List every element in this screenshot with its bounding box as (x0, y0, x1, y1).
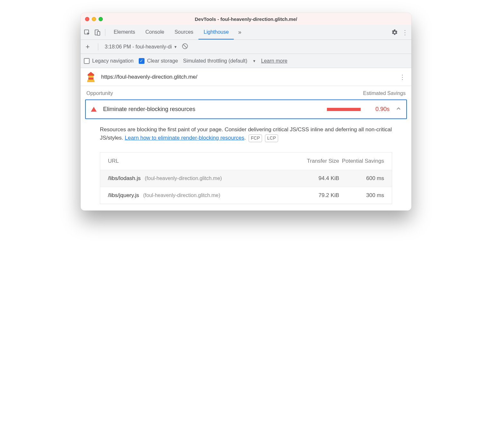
svg-marker-8 (87, 80, 95, 82)
tab-console[interactable]: Console (140, 25, 170, 39)
checkbox-checked-icon (139, 58, 145, 64)
opportunity-header-label: Opportunity (86, 90, 113, 96)
resource-path[interactable]: /libs/lodash.js (108, 175, 141, 181)
throttling-label: Simulated throttling (default) (183, 58, 247, 64)
clear-report-icon[interactable] (182, 43, 188, 51)
resource-potential-savings: 300 ms (339, 192, 384, 199)
col-savings-header: Potential Savings (339, 158, 384, 165)
report-menu-icon[interactable]: ⋮ (399, 74, 406, 80)
opportunity-description: Resources are blocking the first paint o… (81, 119, 411, 146)
svg-rect-6 (88, 76, 93, 78)
resource-potential-savings: 600 ms (339, 175, 384, 182)
clear-storage-checkbox[interactable]: Clear storage (139, 58, 178, 64)
tab-sources[interactable]: Sources (169, 25, 198, 39)
window-title: DevTools - foul-heavenly-direction.glitc… (81, 16, 411, 22)
lighthouse-logo-icon (86, 72, 95, 82)
legacy-navigation-checkbox[interactable]: Legacy navigation (84, 58, 134, 64)
report-url: https://foul-heavenly-direction.glitch.m… (101, 74, 198, 80)
resource-host: (foul-heavenly-direction.glitch.me) (143, 193, 220, 198)
minimize-window-button[interactable] (92, 17, 96, 21)
report-selector[interactable]: 3:18:06 PM - foul-heavenly-di ▼ (105, 44, 177, 50)
toolbar-divider (105, 29, 105, 36)
estimated-savings-header-label: Estimated Savings (363, 90, 406, 96)
savings-bar (327, 108, 361, 111)
report-selector-label: 3:18:06 PM - foul-heavenly-di (105, 44, 172, 50)
panel-tabs: Elements Console Sources Lighthouse (109, 25, 234, 39)
traffic-lights (85, 17, 103, 21)
metric-chip-lcp: LCP (265, 134, 278, 142)
new-report-button[interactable]: + (84, 43, 92, 51)
collapse-chevron-icon[interactable] (396, 106, 401, 113)
inspect-element-icon[interactable] (83, 28, 92, 37)
opportunity-title: Eliminate render-blocking resources (103, 106, 195, 113)
table-row: /libs/jquery.js (foul-heavenly-direction… (100, 187, 392, 204)
svg-line-4 (183, 44, 187, 48)
opportunities-header: Opportunity Estimated Savings (81, 86, 411, 99)
description-text-post: . (244, 135, 246, 141)
maximize-window-button[interactable] (99, 17, 103, 21)
metric-chip-fcp: FCP (249, 134, 262, 142)
table-row: /libs/lodash.js (foul-heavenly-direction… (100, 170, 392, 187)
more-options-icon[interactable]: ⋮ (400, 28, 409, 37)
main-toolbar: Elements Console Sources Lighthouse » ⋮ (81, 25, 411, 40)
lighthouse-options-bar: Legacy navigation Clear storage Simulate… (81, 54, 411, 68)
report-url-bar: https://foul-heavenly-direction.glitch.m… (81, 68, 411, 86)
legacy-navigation-label: Legacy navigation (92, 58, 134, 64)
resource-transfer-size: 94.4 KiB (297, 175, 339, 182)
resources-table: URL Transfer Size Potential Savings /lib… (100, 152, 392, 204)
opportunity-row[interactable]: Eliminate render-blocking resources 0.90… (85, 99, 407, 119)
resource-host: (foul-heavenly-direction.glitch.me) (145, 176, 222, 181)
tab-lighthouse[interactable]: Lighthouse (198, 25, 234, 39)
titlebar: DevTools - foul-heavenly-direction.glitc… (81, 13, 411, 25)
resource-path[interactable]: /libs/jquery.js (108, 192, 139, 198)
learn-more-link[interactable]: Learn more (261, 58, 287, 64)
device-toolbar-icon[interactable] (93, 28, 102, 37)
opportunity-savings-value: 0.90s (367, 106, 390, 113)
svg-rect-2 (97, 31, 100, 35)
checkbox-unchecked-icon (84, 58, 90, 64)
clear-storage-label: Clear storage (147, 58, 178, 64)
col-url-header: URL (108, 158, 297, 164)
tab-elements[interactable]: Elements (109, 25, 140, 39)
svg-marker-5 (88, 72, 94, 76)
col-transfer-header: Transfer Size (297, 158, 339, 165)
devtools-window: DevTools - foul-heavenly-direction.glitc… (81, 13, 411, 211)
close-window-button[interactable] (85, 17, 89, 21)
lighthouse-report-bar: + 3:18:06 PM - foul-heavenly-di ▼ (81, 40, 411, 54)
resource-transfer-size: 79.2 KiB (297, 192, 339, 199)
description-learn-link[interactable]: Learn how to eliminate render-blocking r… (125, 135, 244, 141)
svg-rect-7 (88, 78, 93, 80)
secbar-divider (98, 43, 98, 50)
throttling-dropdown-icon[interactable]: ▼ (252, 59, 256, 63)
dropdown-triangle-icon: ▼ (174, 45, 177, 49)
more-tabs-icon[interactable]: » (235, 28, 244, 37)
fail-triangle-icon (91, 107, 97, 112)
settings-gear-icon[interactable] (390, 28, 399, 37)
table-header-row: URL Transfer Size Potential Savings (100, 152, 392, 170)
